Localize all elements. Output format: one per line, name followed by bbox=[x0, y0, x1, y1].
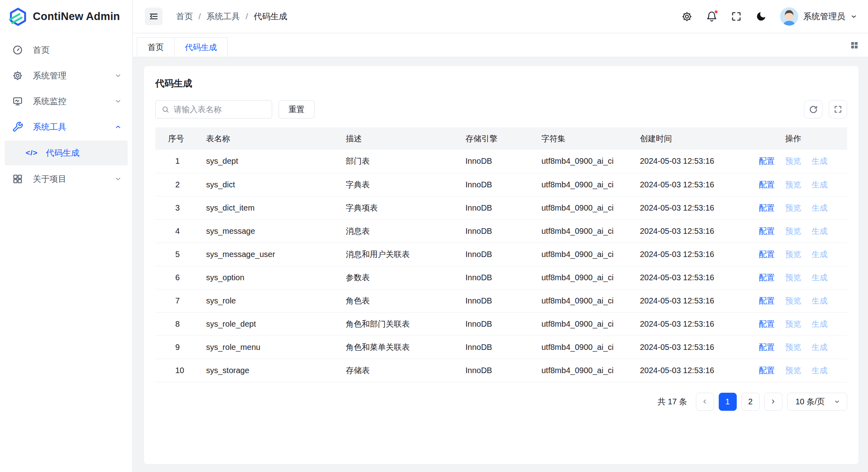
preview-link[interactable]: 预览 bbox=[785, 156, 801, 167]
preview-link[interactable]: 预览 bbox=[785, 342, 801, 353]
page-1-button[interactable]: 1 bbox=[719, 393, 737, 411]
configure-link[interactable]: 配置 bbox=[759, 249, 775, 260]
gear-icon bbox=[12, 70, 23, 81]
cell-created-time: 2024-05-03 12:53:16 bbox=[640, 312, 759, 335]
cell-engine: InnoDB bbox=[465, 312, 541, 335]
dark-mode-button[interactable] bbox=[755, 10, 767, 22]
cell-created-time: 2024-05-03 12:53:16 bbox=[640, 359, 759, 382]
cell-table-name: sys_dept bbox=[206, 150, 346, 173]
toolbar: 重置 bbox=[155, 100, 847, 119]
table-name-search[interactable] bbox=[155, 100, 272, 119]
cell-description: 角色和菜单关联表 bbox=[346, 335, 465, 359]
preview-link[interactable]: 预览 bbox=[785, 319, 801, 329]
generate-link[interactable]: 生成 bbox=[812, 295, 828, 306]
content-area: 代码生成 重置 bbox=[133, 57, 868, 472]
cell-created-time: 2024-05-03 12:53:16 bbox=[640, 243, 759, 266]
page-size-select[interactable]: 10 条/页 bbox=[787, 393, 847, 411]
table-fullscreen-button[interactable] bbox=[829, 100, 847, 119]
cell-created-time: 2024-05-03 12:53:16 bbox=[640, 335, 759, 359]
sidebar-subitem-label: 代码生成 bbox=[46, 147, 79, 159]
generate-link[interactable]: 生成 bbox=[812, 179, 828, 190]
sidebar-item-system-tools[interactable]: 系统工具 bbox=[0, 114, 132, 140]
chevron-down-icon bbox=[850, 13, 858, 20]
chevron-up-icon bbox=[114, 123, 122, 131]
sidebar-item-system-management[interactable]: 系统管理 bbox=[0, 63, 132, 88]
generate-link[interactable]: 生成 bbox=[812, 342, 828, 353]
breadcrumb-system-tools[interactable]: 系统工具 bbox=[206, 11, 240, 22]
breadcrumb-home[interactable]: 首页 bbox=[176, 11, 193, 22]
cell-no: 5 bbox=[155, 243, 206, 266]
search-input[interactable] bbox=[174, 105, 266, 114]
cell-no: 10 bbox=[155, 359, 206, 382]
cell-no: 9 bbox=[155, 335, 206, 359]
tab-home[interactable]: 首页 bbox=[137, 37, 174, 57]
cell-description: 消息和用户关联表 bbox=[346, 243, 465, 266]
sidebar-item-system-monitor[interactable]: 系统监控 bbox=[0, 88, 132, 114]
sidebar-item-label: 系统监控 bbox=[33, 96, 104, 107]
configure-link[interactable]: 配置 bbox=[759, 295, 775, 306]
tables-table: 序号 表名称 描述 存储引擎 字符集 创建时间 操作 1 sys_dept bbox=[155, 127, 847, 382]
sidebar-item-about-project[interactable]: 关于项目 bbox=[0, 166, 132, 192]
generate-link[interactable]: 生成 bbox=[812, 365, 828, 376]
table-row: 5 sys_message_user 消息和用户关联表 InnoDB utf8m… bbox=[155, 243, 847, 266]
configure-link[interactable]: 配置 bbox=[759, 226, 775, 237]
generate-link[interactable]: 生成 bbox=[812, 226, 828, 237]
next-page-button[interactable] bbox=[764, 393, 782, 411]
configure-link[interactable]: 配置 bbox=[759, 342, 775, 353]
cell-charset: utf8mb4_0900_ai_ci bbox=[541, 359, 640, 382]
configure-link[interactable]: 配置 bbox=[759, 272, 775, 283]
fullscreen-icon bbox=[834, 105, 842, 114]
cell-engine: InnoDB bbox=[465, 196, 541, 219]
app-logo-icon bbox=[9, 8, 27, 26]
chevron-down-icon bbox=[834, 398, 840, 405]
cell-ops: 配置 预览 生成 bbox=[759, 335, 847, 359]
preview-link[interactable]: 预览 bbox=[785, 249, 801, 260]
reset-button[interactable]: 重置 bbox=[279, 100, 315, 119]
chevron-right-icon bbox=[770, 398, 777, 405]
configure-link[interactable]: 配置 bbox=[759, 179, 775, 190]
preview-link[interactable]: 预览 bbox=[785, 365, 801, 376]
cell-created-time: 2024-05-03 12:53:16 bbox=[640, 289, 759, 312]
prev-page-button[interactable] bbox=[696, 393, 714, 411]
preview-link[interactable]: 预览 bbox=[785, 203, 801, 213]
generate-link[interactable]: 生成 bbox=[812, 319, 828, 329]
column-header-desc: 描述 bbox=[346, 127, 465, 150]
refresh-button[interactable] bbox=[804, 100, 822, 119]
configure-link[interactable]: 配置 bbox=[759, 319, 775, 329]
generate-link[interactable]: 生成 bbox=[812, 249, 828, 260]
settings-button[interactable] bbox=[681, 10, 693, 22]
cell-ops: 配置 预览 生成 bbox=[759, 173, 847, 196]
preview-link[interactable]: 预览 bbox=[785, 272, 801, 283]
notification-badge bbox=[714, 10, 718, 14]
configure-link[interactable]: 配置 bbox=[759, 156, 775, 167]
cell-created-time: 2024-05-03 12:53:16 bbox=[640, 219, 759, 243]
fullscreen-button[interactable] bbox=[730, 10, 742, 22]
cell-description: 消息表 bbox=[346, 219, 465, 243]
user-menu[interactable]: 系统管理员 bbox=[780, 7, 858, 26]
notifications-button[interactable] bbox=[706, 10, 718, 22]
generate-link[interactable]: 生成 bbox=[812, 156, 828, 167]
sidebar-collapse-button[interactable] bbox=[145, 8, 162, 25]
generate-link[interactable]: 生成 bbox=[812, 203, 828, 213]
grid-filled-icon bbox=[850, 40, 859, 50]
preview-link[interactable]: 预览 bbox=[785, 295, 801, 306]
cell-no: 4 bbox=[155, 219, 206, 243]
tab-code-generation[interactable]: 代码生成 bbox=[174, 37, 228, 57]
preview-link[interactable]: 预览 bbox=[785, 179, 801, 190]
cell-engine: InnoDB bbox=[465, 173, 541, 196]
preview-link[interactable]: 预览 bbox=[785, 226, 801, 237]
sidebar-subitem-code-generation[interactable]: </> 代码生成 bbox=[5, 141, 128, 165]
page-2-button[interactable]: 2 bbox=[742, 393, 760, 411]
avatar bbox=[780, 7, 798, 26]
configure-link[interactable]: 配置 bbox=[759, 203, 775, 213]
sidebar-item-home[interactable]: 首页 bbox=[0, 37, 132, 63]
cell-charset: utf8mb4_0900_ai_ci bbox=[541, 243, 640, 266]
configure-link[interactable]: 配置 bbox=[759, 365, 775, 376]
cell-description: 角色表 bbox=[346, 289, 465, 312]
cell-table-name: sys_role_menu bbox=[206, 335, 346, 359]
cell-table-name: sys_role_dept bbox=[206, 312, 346, 335]
chevron-down-icon bbox=[114, 97, 122, 105]
tab-actions-button[interactable] bbox=[850, 40, 859, 50]
generate-link[interactable]: 生成 bbox=[812, 272, 828, 283]
table-row: 6 sys_option 参数表 InnoDB utf8mb4_0900_ai_… bbox=[155, 266, 847, 289]
